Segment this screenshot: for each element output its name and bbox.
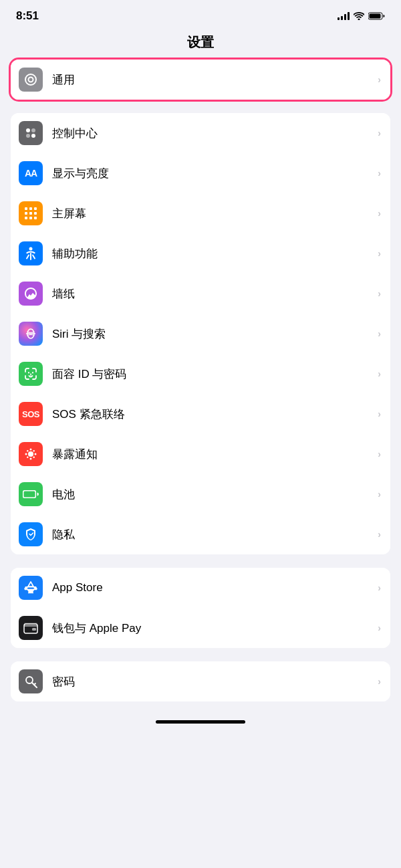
svg-rect-6 xyxy=(25,207,27,210)
status-bar: 8:51 xyxy=(0,0,401,28)
svg-rect-10 xyxy=(29,212,32,215)
svg-rect-34 xyxy=(32,628,36,631)
siri-icon xyxy=(19,322,43,346)
settings-row-home-screen[interactable]: 主屏幕 › xyxy=(11,193,390,233)
face-id-chevron: › xyxy=(378,368,381,379)
privacy-icon xyxy=(19,522,43,546)
home-screen-icon xyxy=(19,201,43,225)
home-screen-chevron: › xyxy=(378,208,381,219)
svg-point-24 xyxy=(25,453,27,455)
svg-point-21 xyxy=(28,451,33,457)
wifi-icon xyxy=(354,12,364,20)
settings-row-accessibility[interactable]: 辅助功能 › xyxy=(11,233,390,274)
svg-point-3 xyxy=(31,128,35,132)
display-chevron: › xyxy=(378,168,381,179)
battery-label: 电池 xyxy=(52,487,374,502)
svg-rect-9 xyxy=(25,212,27,215)
home-screen-label: 主屏幕 xyxy=(52,206,374,221)
wallet-label: 钱包与 Apple Pay xyxy=(52,621,374,636)
settings-group-1: 通用 › xyxy=(11,60,390,100)
settings-row-wallpaper[interactable]: 墙纸 › xyxy=(11,274,390,314)
signal-icon xyxy=(338,12,350,20)
passwords-label: 密码 xyxy=(52,674,374,689)
general-icon xyxy=(19,68,43,92)
svg-point-2 xyxy=(26,128,30,132)
settings-row-sos[interactable]: SOS SOS 紧急联络 › xyxy=(11,394,390,434)
home-indicator xyxy=(156,720,245,724)
svg-point-5 xyxy=(31,134,35,138)
control-center-icon xyxy=(19,121,43,145)
status-icons xyxy=(338,12,385,20)
wallet-chevron: › xyxy=(378,623,381,633)
svg-rect-1 xyxy=(370,14,381,19)
exposure-chevron: › xyxy=(378,449,381,459)
face-id-icon xyxy=(19,362,43,386)
app-store-icon xyxy=(19,576,43,600)
passwords-chevron: › xyxy=(378,676,381,687)
control-center-label: 控制中心 xyxy=(52,126,374,141)
svg-rect-14 xyxy=(34,217,37,219)
wallpaper-label: 墙纸 xyxy=(52,286,374,302)
app-store-label: App Store xyxy=(52,581,374,594)
settings-row-display[interactable]: AA 显示与亮度 › xyxy=(11,153,390,193)
exposure-icon xyxy=(19,442,43,466)
battery-status-icon xyxy=(368,12,385,20)
settings-row-general[interactable]: 通用 › xyxy=(11,60,390,100)
svg-point-28 xyxy=(27,457,28,458)
wallpaper-icon xyxy=(19,282,43,306)
svg-rect-13 xyxy=(29,217,32,219)
display-label: 显示与亮度 xyxy=(52,166,374,181)
accessibility-chevron: › xyxy=(378,248,381,259)
svg-point-4 xyxy=(26,134,30,138)
svg-rect-33 xyxy=(24,623,37,626)
privacy-chevron: › xyxy=(378,529,381,540)
status-time: 8:51 xyxy=(16,9,39,23)
settings-group-3: App Store › 钱包与 Apple Pay › xyxy=(11,568,390,648)
settings-row-battery[interactable]: 电池 › xyxy=(11,474,390,514)
control-center-chevron: › xyxy=(378,128,381,138)
sos-chevron: › xyxy=(378,409,381,419)
privacy-label: 隐私 xyxy=(52,527,374,542)
settings-row-face-id[interactable]: 面容 ID 与密码 › xyxy=(11,354,390,394)
page-title: 设置 xyxy=(0,28,401,60)
settings-row-siri[interactable]: Siri 与搜索 › xyxy=(11,314,390,354)
siri-label: Siri 与搜索 xyxy=(52,326,374,342)
settings-row-control-center[interactable]: 控制中心 › xyxy=(11,113,390,153)
accessibility-icon xyxy=(19,241,43,265)
app-store-chevron: › xyxy=(378,582,381,593)
battery-row-chevron: › xyxy=(378,489,381,500)
svg-point-26 xyxy=(27,450,28,451)
svg-point-22 xyxy=(30,449,32,451)
battery-icon xyxy=(19,482,43,506)
svg-point-15 xyxy=(29,247,33,251)
settings-row-privacy[interactable]: 隐私 › xyxy=(11,514,390,554)
svg-rect-11 xyxy=(34,212,37,215)
general-chevron: › xyxy=(378,74,381,85)
settings-group-2: 控制中心 › AA 显示与亮度 › 主屏幕 › xyxy=(11,113,390,554)
siri-chevron: › xyxy=(378,328,381,339)
svg-point-23 xyxy=(30,458,32,460)
svg-rect-8 xyxy=(34,207,37,210)
svg-rect-7 xyxy=(29,207,32,210)
sos-label: SOS 紧急联络 xyxy=(52,407,374,422)
exposure-label: 暴露通知 xyxy=(52,447,374,462)
wallet-icon xyxy=(19,616,43,640)
settings-group-4: 密码 › xyxy=(11,661,390,701)
svg-point-29 xyxy=(33,457,35,458)
svg-point-27 xyxy=(33,450,35,451)
settings-row-wallet[interactable]: 钱包与 Apple Pay › xyxy=(11,608,390,648)
wallpaper-chevron: › xyxy=(378,288,381,299)
face-id-label: 面容 ID 与密码 xyxy=(52,366,374,382)
settings-row-app-store[interactable]: App Store › xyxy=(11,568,390,608)
accessibility-label: 辅助功能 xyxy=(52,246,374,261)
sos-icon: SOS xyxy=(19,402,43,426)
svg-point-25 xyxy=(35,453,37,455)
general-label: 通用 xyxy=(52,72,374,88)
svg-line-37 xyxy=(34,683,35,685)
settings-row-exposure[interactable]: 暴露通知 › xyxy=(11,434,390,474)
display-icon: AA xyxy=(19,161,43,185)
settings-row-passwords[interactable]: 密码 › xyxy=(11,661,390,701)
svg-rect-12 xyxy=(25,217,27,219)
passwords-icon xyxy=(19,669,43,693)
svg-rect-31 xyxy=(24,492,35,498)
